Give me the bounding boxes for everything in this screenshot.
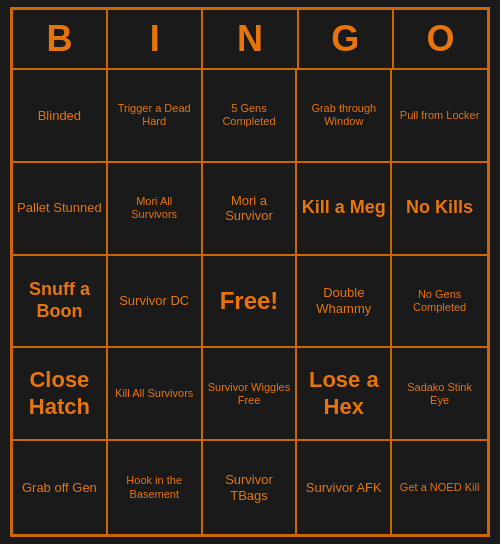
cell-9: No Kills <box>392 163 487 256</box>
cell-13: Double Whammy <box>297 256 392 349</box>
cell-12: Free! <box>203 256 298 349</box>
letter-g: G <box>299 10 394 70</box>
cell-14: No Gens Completed <box>392 256 487 349</box>
cell-10: Snuff a Boon <box>13 256 108 349</box>
cell-1: Trigger a Dead Hard <box>108 70 203 163</box>
cell-23: Survivor AFK <box>297 441 392 534</box>
cell-3: Grab through Window <box>297 70 392 163</box>
cell-16: Kill All Survivors <box>108 348 203 441</box>
cell-8: Kill a Meg <box>297 163 392 256</box>
letter-o: O <box>394 10 487 70</box>
cell-17: Survivor Wiggles Free <box>203 348 298 441</box>
cell-24: Get a NOED Kill <box>392 441 487 534</box>
cell-22: Survivor TBags <box>203 441 298 534</box>
cell-15: Close Hatch <box>13 348 108 441</box>
cell-19: Sadako Stink Eye <box>392 348 487 441</box>
cell-20: Grab off Gen <box>13 441 108 534</box>
letter-b: B <box>13 10 108 70</box>
bingo-grid: BlindedTrigger a Dead Hard5 Gens Complet… <box>13 70 487 534</box>
cell-5: Pallet Stunned <box>13 163 108 256</box>
cell-21: Hook in the Basement <box>108 441 203 534</box>
letter-i: I <box>108 10 203 70</box>
bingo-card: B I N G O BlindedTrigger a Dead Hard5 Ge… <box>10 7 490 537</box>
cell-7: Mori a Survivor <box>203 163 298 256</box>
letter-n: N <box>203 10 298 70</box>
cell-2: 5 Gens Completed <box>203 70 298 163</box>
cell-18: Lose a Hex <box>297 348 392 441</box>
cell-11: Survivor DC <box>108 256 203 349</box>
cell-0: Blinded <box>13 70 108 163</box>
bingo-header: B I N G O <box>13 10 487 70</box>
cell-4: Pull from Locker <box>392 70 487 163</box>
cell-6: Mori All Survivors <box>108 163 203 256</box>
